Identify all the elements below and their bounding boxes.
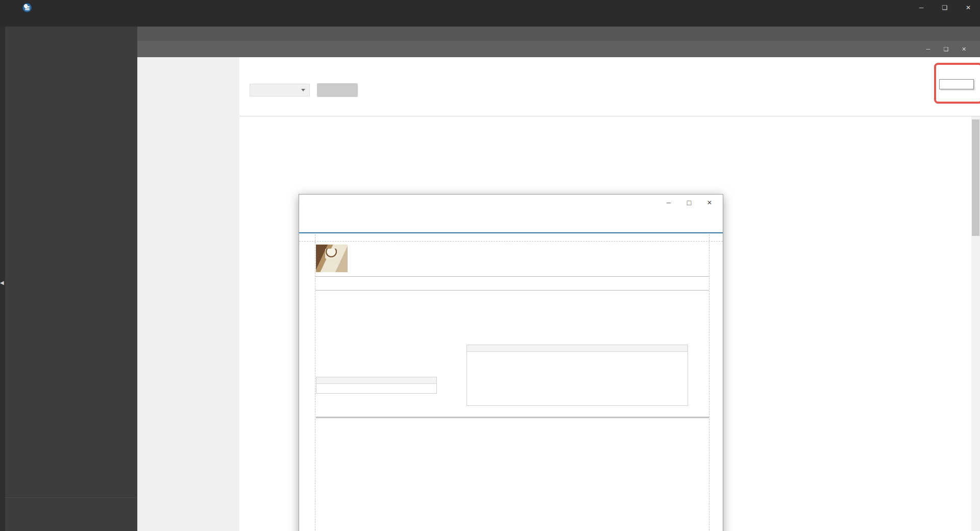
assign-button[interactable] xyxy=(317,83,358,97)
barcode xyxy=(315,295,709,313)
ship-order-box-title xyxy=(316,377,436,384)
user-avatar-icon xyxy=(11,505,19,514)
sidebar: ◀ xyxy=(0,27,137,531)
table-scrollbar[interactable] xyxy=(971,116,980,531)
title-bar xyxy=(0,0,980,15)
ship-order-box-value xyxy=(316,384,436,393)
window-restore-button[interactable] xyxy=(933,0,957,15)
picker-select[interactable] xyxy=(250,84,310,96)
page-margin-line xyxy=(709,234,709,531)
panel-minimize-button[interactable] xyxy=(919,41,937,57)
ship-order-box xyxy=(316,377,437,394)
product-photo xyxy=(316,245,348,272)
chevron-down-icon xyxy=(301,89,305,91)
report-document xyxy=(315,242,709,318)
panel-close-button[interactable] xyxy=(955,41,973,57)
status-tab-bar xyxy=(239,57,980,80)
sidebar-rail: ◀ xyxy=(0,27,5,531)
document-tab-strip xyxy=(137,27,980,41)
customer-box-title xyxy=(467,345,688,352)
application-window: ◀ xyxy=(0,0,980,531)
app-logo-icon xyxy=(22,3,32,12)
dialog-maximize-button[interactable] xyxy=(679,195,699,211)
menu-bar xyxy=(0,15,980,27)
date-picker-truck-table xyxy=(316,417,709,418)
preview-pane xyxy=(299,234,723,531)
dialog-minimize-button[interactable] xyxy=(658,195,679,211)
dialog-close-button[interactable] xyxy=(699,195,720,211)
window-controls xyxy=(910,0,980,15)
dialog-title-bar[interactable] xyxy=(299,195,723,211)
filters-panel xyxy=(137,57,239,531)
window-minimize-button[interactable] xyxy=(910,0,933,15)
print-preview-toolbar xyxy=(299,211,723,233)
panel-title-bar xyxy=(137,41,980,57)
customer-box xyxy=(467,345,688,406)
scrollbar-thumb[interactable] xyxy=(972,119,979,236)
assign-toolbar xyxy=(239,80,980,100)
panel-restore-button[interactable] xyxy=(937,41,955,57)
sidebar-footer xyxy=(5,497,137,531)
window-close-button[interactable] xyxy=(957,0,980,15)
sidebar-collapse-icon[interactable]: ◀ xyxy=(0,280,4,285)
print-preview-dialog xyxy=(299,194,723,531)
table-header xyxy=(239,100,980,116)
print-report-tooltip xyxy=(939,79,974,89)
